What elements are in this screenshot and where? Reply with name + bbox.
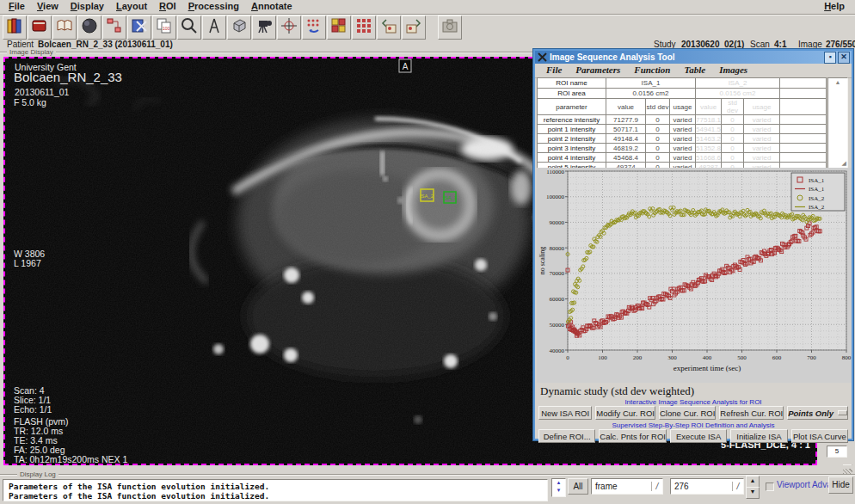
modify-cur-roi-button[interactable]: Modify Cur. ROI <box>595 406 655 420</box>
roi2-stddev[interactable]: 0 <box>722 125 744 134</box>
define-roi-button[interactable]: Define ROI... <box>538 429 595 443</box>
plot-isa-curve-button[interactable]: Plot ISA Curve <box>791 429 848 443</box>
roi2-value[interactable]: 51668.6 <box>696 153 722 163</box>
combo-arrow-icon[interactable]: / <box>732 482 743 491</box>
reorder-images-button[interactable] <box>302 15 326 40</box>
isa-menu-file[interactable]: File <box>540 64 568 77</box>
isa-table-scrollbar[interactable]: ▲ ◢ <box>827 77 848 169</box>
new-isa-roi-button[interactable]: New ISA ROI <box>538 406 592 420</box>
display-log-box[interactable]: Parameters of the ISA function evolution… <box>3 479 548 501</box>
points-only-option[interactable]: Points Only <box>787 406 848 420</box>
roi2-area[interactable]: 0.0156 cm2 <box>696 89 780 99</box>
roi2-usage[interactable]: varied <box>744 134 780 144</box>
dataset-button[interactable] <box>77 15 101 40</box>
scan-browser-button[interactable] <box>52 15 77 40</box>
initialize-isa-button[interactable]: Initialize ISA <box>730 429 787 443</box>
roi1-value[interactable]: 46819.2 <box>606 144 646 153</box>
roi2-usage[interactable]: varied <box>744 144 780 153</box>
filler-cell <box>780 125 827 134</box>
menu-roi[interactable]: ROI <box>154 0 181 12</box>
roi1-usage[interactable]: varied <box>670 144 696 153</box>
isa-window-title: Image Sequence Analysis Tool <box>550 52 822 62</box>
roi2-usage[interactable]: varied <box>744 125 780 134</box>
roi1-value[interactable]: 45468.4 <box>606 153 646 163</box>
resize-grip[interactable] <box>843 469 852 474</box>
roi1-usage[interactable]: varied <box>670 134 696 144</box>
roi2-value[interactable]: 51352.8 <box>696 144 722 153</box>
roi2-stddev[interactable]: 0 <box>722 115 744 125</box>
execute-isa-button[interactable]: Execute ISA <box>670 429 727 443</box>
roi2-value[interactable]: 77518.1 <box>696 115 722 125</box>
roi2-value[interactable]: 51463.2 <box>696 134 722 144</box>
sort-frames-icon[interactable]: ▲▼ <box>551 478 566 497</box>
menu-layout[interactable]: Layout <box>111 0 152 12</box>
refresh-cur-roi-button[interactable]: Refresh Cur. ROI <box>719 406 784 420</box>
roi1-usage[interactable]: varied <box>670 153 696 163</box>
menu-help[interactable]: Help <box>819 0 850 12</box>
roi2-usage[interactable]: varied <box>744 115 780 125</box>
roi2-stddev[interactable]: 0 <box>722 144 744 153</box>
pipeline-button[interactable] <box>102 15 126 40</box>
calc-pnts-for-roi-button[interactable]: Calc. Pnts for ROI <box>599 429 667 443</box>
camera-cine-button[interactable] <box>252 15 276 40</box>
isa-menu-table[interactable]: Table <box>678 64 711 77</box>
isa-menu-function[interactable]: Function <box>628 64 676 77</box>
roi2-name[interactable]: ISA_2 <box>696 78 780 89</box>
roi1-stddev[interactable]: 0 <box>646 134 670 144</box>
menu-view[interactable]: View <box>32 0 64 12</box>
menu-processing[interactable]: Processing <box>183 0 244 12</box>
roi2-usage[interactable]: varied <box>744 153 780 163</box>
frame-down-button[interactable]: ▼ <box>746 487 760 499</box>
isa-title-bar[interactable]: Image Sequence Analysis Tool ▪ ✕ <box>535 51 852 64</box>
roi1-stddev[interactable]: 0 <box>646 115 670 125</box>
roi1-usage[interactable]: varied <box>670 115 696 125</box>
measure-button[interactable] <box>202 15 226 40</box>
menu-file[interactable]: File <box>3 0 30 12</box>
roi1-value[interactable]: 71277.9 <box>606 115 646 125</box>
slice-number-field[interactable]: 5 <box>827 446 847 458</box>
roi1-value[interactable]: 49148.4 <box>606 134 646 144</box>
combo-arrow-icon[interactable]: / <box>651 482 662 491</box>
layout-presets-icon <box>329 16 348 39</box>
roi1-value[interactable]: 50717.1 <box>606 125 646 134</box>
crosshair-button[interactable] <box>277 15 301 40</box>
volume-3d-button[interactable] <box>227 15 251 40</box>
zoom-button[interactable] <box>177 15 201 40</box>
roi2-stddev[interactable]: 0 <box>722 153 744 163</box>
viewport-next-button[interactable] <box>402 15 426 40</box>
snapshot-button[interactable] <box>438 15 462 40</box>
frame-up-button[interactable]: ▲ <box>746 476 760 488</box>
clone-cur-roi-button[interactable]: Clone Cur. ROI <box>659 406 716 420</box>
image-reformat-button[interactable] <box>127 15 151 40</box>
roi1-stddev[interactable]: 0 <box>646 153 670 163</box>
duplicate-button[interactable]: 100 <box>152 15 176 40</box>
menu-annotate[interactable]: Annotate <box>246 0 298 12</box>
study-list-button[interactable] <box>28 15 52 40</box>
overlay-subject: Bolcaen_RN_2_33 <box>14 72 122 82</box>
roi1-area[interactable]: 0.0156 cm2 <box>606 89 696 99</box>
close-icon[interactable]: ✕ <box>838 52 850 64</box>
menu-display[interactable]: Display <box>65 0 109 12</box>
roi2-stddev[interactable]: 0 <box>722 134 744 144</box>
viewport-prev-button[interactable] <box>377 15 401 40</box>
main-menubar: FileViewDisplayLayoutROIProcessingAnnota… <box>0 0 855 15</box>
patient-browser-button[interactable] <box>3 15 27 40</box>
isa-section2-label: Supervised Step-By-Step ROI Definition a… <box>535 421 852 429</box>
roi1-stddev[interactable]: 0 <box>646 125 670 134</box>
roi1-name[interactable]: ISA_1 <box>606 78 696 89</box>
layout-presets-button[interactable] <box>327 15 351 40</box>
frame-number-field[interactable]: 276 / <box>670 478 744 495</box>
matrix-layout-button[interactable] <box>352 15 376 40</box>
isa-menu-parameters[interactable]: Parameters <box>569 64 626 77</box>
roi2-value[interactable]: 54941.5 <box>696 125 722 134</box>
scan-value: 4:1 <box>774 40 786 49</box>
hide-button[interactable]: Hide <box>828 476 853 494</box>
roi1-stddev[interactable]: 0 <box>646 144 670 153</box>
frame-selector[interactable]: frame / <box>591 478 663 495</box>
isa-menu-images[interactable]: Images <box>713 64 754 77</box>
roi1-usage[interactable]: varied <box>670 125 696 134</box>
patient-value: Bolcaen_RN_2_33 (20130611_01) <box>38 40 173 49</box>
viewport-advance-checkbox[interactable] <box>766 482 774 491</box>
maximize-icon[interactable]: ▪ <box>824 52 836 64</box>
all-button[interactable]: All <box>568 478 588 495</box>
